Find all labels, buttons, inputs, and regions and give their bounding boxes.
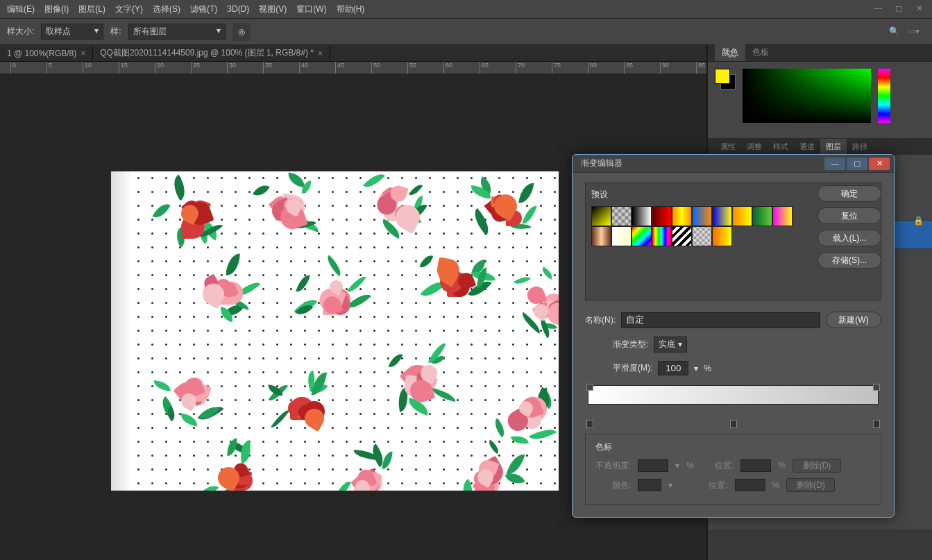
color-panel [708,62,932,138]
window-controls: — ◻ ✕ [872,3,925,14]
menu-layer[interactable]: 图层(L) [78,3,105,15]
gradient-preset[interactable] [591,226,611,246]
presets-label: 预设 [591,189,608,201]
gradient-preset[interactable] [732,206,752,226]
minimize-icon[interactable]: — [872,3,883,14]
gradient-preset[interactable] [611,226,632,246]
workspace-icon[interactable]: ▭▾ [908,26,920,36]
options-bar: 样大小: 取样点▾ 样: 所有图层▾ ◎ 🔍 ▭▾ [0,19,932,45]
name-input[interactable] [621,312,820,328]
tab-properties[interactable]: 属性 [715,139,741,155]
search-icon[interactable]: 🔍 [889,26,899,36]
color-stop-right[interactable] [873,420,880,428]
color-position-input[interactable] [735,479,765,491]
gradient-preset[interactable] [692,226,712,246]
menu-image[interactable]: 图像(I) [44,3,69,15]
opacity-label: 不透明度: [595,460,631,472]
gradient-editor-dialog: 渐变编辑器 — ▢ ✕ 预设 ⚙. 确定 复位 载入(L)... 存储(S)..… [572,154,895,518]
save-button[interactable]: 存储(S)... [817,252,881,269]
gradient-preset[interactable] [632,206,652,226]
gradient-type-select[interactable]: 实底 ▾ [654,337,686,353]
sample-label: 样: [110,26,121,37]
gradient-preset[interactable] [752,206,772,226]
delete-opacity-stop-button[interactable]: 删除(D) [793,459,841,473]
sample-layers-select[interactable]: 所有图层▾ [128,24,226,40]
color-stop-mid[interactable] [730,420,737,428]
page-binding [111,171,132,491]
close-tab-icon[interactable]: × [318,49,323,58]
gradient-bar[interactable] [585,385,881,427]
dialog-title: 渐变编辑器 [581,158,622,169]
gradient-preset[interactable] [611,206,632,226]
menu-3d[interactable]: 3D(D) [227,4,249,14]
gradient-preset[interactable] [652,206,672,226]
stops-section: 色标 不透明度: ▾ % 位置: % 删除(D) 颜色: ▾ 位置: % 删除(… [585,434,881,505]
fg-bg-swatch[interactable] [715,69,736,90]
smoothness-input[interactable] [658,361,688,375]
gradient-preset[interactable] [672,226,692,246]
dialog-maximize-icon[interactable]: ▢ [847,158,867,170]
opacity-position-input[interactable] [740,459,771,472]
opacity-input[interactable] [638,459,668,472]
tab-styles[interactable]: 样式 [768,139,794,155]
stop-color-swatch[interactable] [638,479,661,491]
eyedropper-ring-icon[interactable]: ◎ [232,23,251,41]
gradient-preset[interactable] [712,206,732,226]
document-tab-2[interactable]: QQ截图20201114144509.jpg @ 100% (图层 1, RGB… [93,45,330,61]
hue-bar[interactable] [878,69,890,123]
fg-color-swatch[interactable] [715,69,730,84]
gradient-preset[interactable] [672,206,692,226]
position-label-2: 位置: [709,480,727,491]
gradient-preset[interactable] [712,226,732,246]
name-label: 名称(N): [585,314,616,326]
tab-adjustments[interactable]: 调整 [741,139,768,155]
maximize-icon[interactable]: ◻ [893,3,904,14]
document-canvas[interactable] [111,171,559,491]
opacity-stop-left[interactable] [586,384,593,391]
close-tab-icon[interactable]: × [81,49,85,58]
load-button[interactable]: 载入(L)... [817,230,881,246]
dialog-close-icon[interactable]: ✕ [869,158,890,170]
ok-button[interactable]: 确定 [817,185,881,202]
color-stop-left[interactable] [586,420,593,428]
gradient-preset[interactable] [591,206,611,226]
gradient-preset[interactable] [632,226,652,246]
dialog-minimize-icon[interactable]: — [824,158,845,170]
delete-color-stop-button[interactable]: 删除(D) [786,478,835,492]
color-label: 颜色: [612,480,631,491]
dialog-titlebar[interactable]: 渐变编辑器 — ▢ ✕ [573,155,894,173]
floral-pattern [132,171,559,491]
lock-icon[interactable]: 🔒 [913,216,924,226]
tab-paths[interactable]: 路径 [847,139,873,155]
collapse-panels-icon[interactable]: ◂◂ [727,51,736,60]
tab-layers[interactable]: 图层 [820,139,847,155]
position-label: 位置: [715,460,734,472]
percent-label: % [704,364,711,373]
color-field[interactable] [743,69,871,123]
opacity-stop-right[interactable] [873,384,880,391]
gradient-type-label: 渐变类型: [613,339,648,350]
presets-grid [591,206,796,246]
sample-size-select[interactable]: 取样点▾ [41,24,103,40]
smoothness-label: 平滑度(M): [613,362,652,374]
menu-select[interactable]: 选择(S) [153,3,180,15]
gradient-preset[interactable] [652,226,672,246]
menu-window[interactable]: 窗口(W) [296,3,326,15]
layers-panel-tabs: 属性 调整 样式 通道 图层 路径 [708,138,932,155]
document-tab-1[interactable]: 1 @ 100%(RGB/8) × [0,46,93,60]
tab-swatches[interactable]: 色板 [745,44,776,61]
new-button[interactable]: 新建(W) [826,312,881,328]
menu-help[interactable]: 帮助(H) [337,3,365,15]
reset-button[interactable]: 复位 [817,207,881,224]
color-panel-tabs: 颜色 色板 [708,45,932,62]
gradient-preset[interactable] [692,206,712,226]
menu-edit[interactable]: 编辑(E) [7,3,35,15]
gradient-preset[interactable] [772,206,793,226]
menu-type[interactable]: 文字(Y) [115,3,143,15]
menu-filter[interactable]: 滤镜(T) [190,3,217,15]
menu-view[interactable]: 视图(V) [259,3,287,15]
tab-channels[interactable]: 通道 [794,139,820,155]
close-icon[interactable]: ✕ [914,3,925,14]
stops-label: 色标 [595,441,871,453]
menu-bar: 编辑(E) 图像(I) 图层(L) 文字(Y) 选择(S) 滤镜(T) 3D(D… [0,0,932,19]
